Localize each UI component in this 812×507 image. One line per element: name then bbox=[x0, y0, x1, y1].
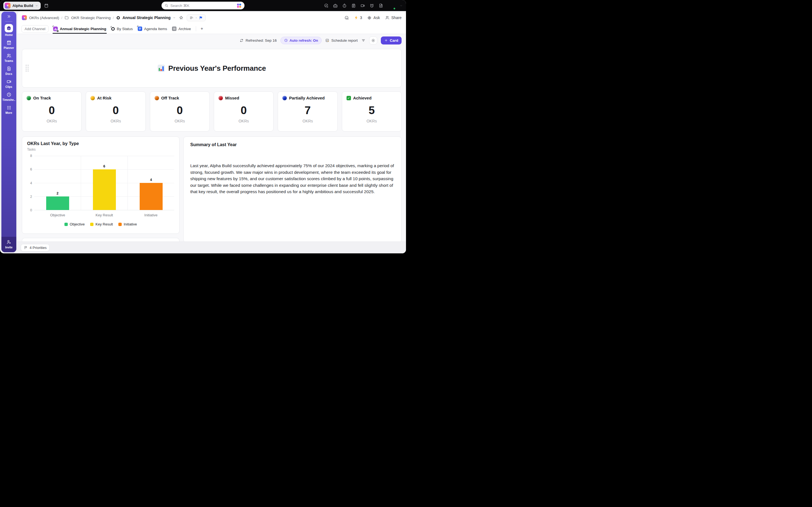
filter-icon[interactable] bbox=[361, 38, 366, 43]
topbar-actions bbox=[324, 2, 403, 9]
schedule-report-label: Schedule report bbox=[331, 39, 358, 43]
legend-item-key-result[interactable]: Key Result bbox=[90, 222, 113, 226]
flag-outline-icon bbox=[24, 246, 28, 249]
user-menu[interactable] bbox=[388, 2, 395, 9]
x-tick: Objective bbox=[34, 213, 81, 217]
status-card-achieved[interactable]: ✓Achieved 5 OKRs bbox=[342, 92, 402, 131]
timer-icon[interactable] bbox=[342, 3, 347, 8]
ask-ai-button[interactable]: Ask bbox=[367, 15, 380, 20]
sidebar-item-label: Timeshe.. bbox=[2, 98, 15, 101]
add-card-button[interactable]: Card bbox=[381, 37, 402, 45]
app-window: Alpha Build Search ⌘K bbox=[0, 0, 406, 253]
calendar-icon[interactable] bbox=[44, 3, 49, 8]
new-tab-button[interactable]: + bbox=[201, 26, 203, 31]
notes-icon[interactable] bbox=[378, 3, 383, 8]
refresh-icon bbox=[240, 39, 244, 43]
priorities-button[interactable]: 4 Priorities bbox=[21, 244, 50, 251]
red-circle-icon bbox=[218, 96, 223, 100]
status-card-off-track[interactable]: Off Track 0 OKRs bbox=[150, 92, 210, 131]
orange-circle-icon bbox=[155, 96, 159, 100]
dashboard-canvas: Refreshed: Sep 16 Auto refresh: On Sched… bbox=[17, 34, 406, 241]
share-people-icon bbox=[385, 15, 390, 20]
status-card-at-risk[interactable]: At Risk 0 OKRs bbox=[86, 92, 146, 131]
next-card-partial[interactable] bbox=[22, 238, 180, 241]
status-unit: OKRs bbox=[27, 119, 77, 123]
favorite-star-icon[interactable] bbox=[179, 15, 183, 20]
chevron-down-icon[interactable] bbox=[173, 16, 175, 19]
sidebar-item-more[interactable]: More bbox=[1, 105, 16, 114]
legend-label: Key Result bbox=[95, 222, 113, 226]
sidebar-item-planner[interactable]: 6 Planner bbox=[1, 40, 16, 49]
y-tick: 4 bbox=[30, 181, 32, 185]
feedback-smiley-icon[interactable] bbox=[344, 15, 349, 20]
share-button[interactable]: Share bbox=[385, 15, 402, 20]
tab-archive[interactable]: Archive bbox=[171, 24, 191, 34]
y-tick: 6 bbox=[30, 167, 32, 171]
bar-objective[interactable] bbox=[46, 196, 69, 210]
legend-item-initiative[interactable]: Initiative bbox=[118, 222, 137, 226]
space-logo-icon[interactable] bbox=[22, 15, 27, 20]
header-actions: 3 Ask Share bbox=[344, 15, 402, 20]
page-title[interactable]: Annual Strategic Planning bbox=[122, 15, 171, 20]
refresh-status[interactable]: Refreshed: Sep 16 bbox=[240, 39, 277, 43]
add-task-icon[interactable] bbox=[324, 3, 328, 8]
breadcrumb-folder[interactable]: OKR Strategic Planning bbox=[71, 16, 111, 20]
auto-refresh-toggle[interactable]: Auto refresh: On bbox=[281, 37, 322, 44]
sidebar-item-docs[interactable]: Docs bbox=[1, 66, 16, 75]
bar-column-initiative: 4 bbox=[128, 156, 174, 210]
dot-separator bbox=[196, 17, 197, 18]
legend-item-objective[interactable]: Objective bbox=[64, 222, 85, 226]
summary-card[interactable]: Summary of Last Year Last year, Alpha Bu… bbox=[183, 136, 402, 241]
tab-agenda-items[interactable]: Agenda Items bbox=[137, 24, 167, 34]
drag-handle[interactable] bbox=[26, 65, 29, 72]
clock-icon bbox=[6, 92, 12, 97]
ask-label: Ask bbox=[373, 15, 380, 20]
automations-usage[interactable]: 3 bbox=[354, 15, 362, 20]
pin-icon bbox=[109, 25, 112, 29]
ai-sparkle-icon[interactable] bbox=[237, 4, 239, 5]
briefcase-icon[interactable] bbox=[333, 3, 338, 8]
planner-calendar-icon: 6 bbox=[6, 40, 12, 45]
clipboard-icon[interactable] bbox=[351, 3, 356, 8]
sidebar-item-home[interactable]: Home bbox=[1, 24, 16, 37]
sidebar-invite-button[interactable]: Invite bbox=[1, 237, 16, 252]
list-view-icon[interactable] bbox=[190, 16, 194, 20]
settings-gear-button[interactable] bbox=[369, 37, 377, 45]
summary-title: Summary of Last Year bbox=[190, 142, 395, 147]
breadcrumb: OKRs (Advanced) / OKR Strategic Planning… bbox=[17, 12, 406, 24]
sidebar-item-teams[interactable]: Teams bbox=[1, 53, 16, 62]
sidebar-item-label: Planner bbox=[4, 46, 14, 49]
bar-value-label: 2 bbox=[57, 191, 59, 195]
tab-annual-strategic-planning[interactable]: Annual Strategic Planning bbox=[53, 24, 107, 34]
bar-key-result[interactable] bbox=[93, 169, 116, 210]
expand-sidebar-icon[interactable] bbox=[7, 14, 11, 18]
breadcrumb-space[interactable]: OKRs (Advanced) bbox=[29, 16, 59, 20]
workspace-switcher[interactable]: Alpha Build bbox=[3, 2, 41, 10]
sidebar-divider bbox=[5, 21, 12, 21]
status-label: Achieved bbox=[353, 96, 372, 100]
status-label: Off Track bbox=[161, 96, 179, 100]
dashboard-title-card[interactable]: Previous Year's Performance bbox=[22, 49, 402, 88]
status-value: 0 bbox=[155, 105, 205, 116]
schedule-report-button[interactable]: Schedule report bbox=[325, 39, 358, 43]
alarm-clock-icon[interactable] bbox=[369, 3, 374, 8]
status-card-on-track[interactable]: On Track 0 OKRs bbox=[22, 92, 82, 131]
legend-swatch bbox=[64, 223, 68, 226]
flag-icon[interactable] bbox=[199, 16, 203, 20]
bar-chart-emoji-icon bbox=[158, 65, 165, 72]
tab-by-status[interactable]: By Status bbox=[111, 24, 133, 34]
sidebar-item-clips[interactable]: Clips bbox=[1, 79, 16, 89]
status-card-missed[interactable]: Missed 0 OKRs bbox=[214, 92, 273, 131]
chevron-down-icon[interactable] bbox=[400, 4, 403, 7]
video-icon[interactable] bbox=[360, 3, 365, 8]
status-card-partially-achieved[interactable]: Partially Achieved 7 OKRs bbox=[278, 92, 338, 131]
sidebar-item-timesheets[interactable]: Timeshe.. bbox=[1, 92, 16, 101]
plus-icon bbox=[384, 39, 388, 42]
add-channel-button[interactable]: Add Channel bbox=[21, 25, 49, 33]
bar-initiative[interactable] bbox=[140, 183, 163, 210]
yellow-circle-icon bbox=[91, 96, 95, 100]
bar-chart-card[interactable]: OKRs Last Year, by Type Tasks 8 6 4 2 0 bbox=[22, 136, 180, 234]
invite-label: Invite bbox=[5, 246, 13, 249]
search-input[interactable]: Search ⌘K bbox=[161, 2, 245, 9]
check-mark-icon: ✓ bbox=[347, 96, 351, 100]
